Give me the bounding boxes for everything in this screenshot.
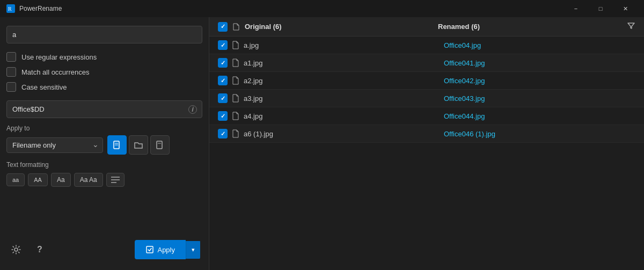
checkbox-match-all-label: Match all occurrences: [21, 68, 89, 76]
renamed-name-2: Office042.jpg: [440, 77, 635, 85]
replace-input[interactable]: [6, 100, 202, 118]
svg-text:R: R: [8, 6, 12, 12]
original-label: Original (6): [245, 23, 282, 31]
file-checkbox-1[interactable]: ✓: [218, 58, 228, 68]
renamed-name-5: Office046 (1).jpg: [440, 130, 635, 138]
apply-icon: [145, 245, 154, 254]
file-icon-3: [232, 94, 239, 103]
titlebar-left: R PowerRename: [6, 4, 62, 13]
checkbox-use-regex-label: Use regular expressions: [21, 53, 97, 61]
renamed-name-1: Office041.jpg: [440, 59, 635, 67]
table-row: ✓ a.jpg Office04.jpg: [209, 37, 644, 54]
renamed-name-4: Office044.jpg: [440, 112, 635, 120]
bottom-bar: ? Apply ▾: [6, 236, 202, 261]
right-panel: ✓ Original (6) Renamed (6) ✓: [209, 17, 644, 270]
uppercase-btn[interactable]: AA: [28, 173, 48, 186]
checkbox-case-sensitive-box[interactable]: [6, 82, 16, 92]
original-name-3: a3.jpg: [244, 94, 435, 103]
file-checkmark-2: ✓: [221, 77, 225, 84]
settings-btn[interactable]: [9, 242, 24, 257]
file-checkmark-5: ✓: [221, 130, 225, 137]
table-row: ✓ a4.jpg Office044.jpg: [209, 107, 644, 125]
file-checkbox-3[interactable]: ✓: [218, 93, 228, 103]
original-name-2: a2.jpg: [244, 77, 435, 85]
original-name-0: a.jpg: [244, 41, 435, 49]
renamed-name-3: Office043.jpg: [440, 94, 635, 103]
checkbox-case-sensitive-label: Case sensitive: [21, 83, 67, 91]
table-row: ✓ a6 (1).jpg Office046 (1).jpg: [209, 125, 644, 143]
file-icon-1: [232, 59, 239, 67]
left-panel: Use regular expressions Match all occurr…: [0, 17, 209, 270]
file-icon-5: [232, 129, 239, 138]
help-btn[interactable]: ?: [32, 242, 47, 257]
file-icon-4: [232, 112, 239, 120]
main-content: Use regular expressions Match all occurr…: [0, 17, 644, 270]
titlebar: R PowerRename − □ ✕: [0, 0, 644, 17]
original-name-4: a4.jpg: [244, 112, 435, 120]
col-renamed-header: Renamed (6): [434, 23, 623, 31]
svg-rect-5: [157, 141, 162, 149]
file-ext-btn[interactable]: [150, 135, 170, 155]
maximize-button[interactable]: □: [588, 0, 613, 17]
renamed-label: Renamed (6): [438, 23, 480, 31]
col-original-header: Original (6): [245, 23, 429, 31]
filter-icon[interactable]: [627, 21, 635, 32]
file-checkmark-4: ✓: [221, 113, 225, 120]
format-row: aa AA Aa Aa Aa: [6, 173, 202, 187]
minimize-button[interactable]: −: [564, 0, 588, 17]
folder-btn[interactable]: [129, 135, 148, 155]
header-file-icon: [232, 23, 240, 31]
file-checkbox-5[interactable]: ✓: [218, 129, 228, 138]
apply-label: Apply: [157, 246, 175, 254]
table-row: ✓ a1.jpg Office041.jpg: [209, 54, 644, 72]
table-row: ✓ a2.jpg Office042.jpg: [209, 72, 644, 90]
apply-to-row: Filename only Extension only Filename + …: [6, 135, 202, 155]
checkbox-match-all[interactable]: Match all occurrences: [6, 67, 202, 77]
renamed-name-0: Office04.jpg: [440, 41, 635, 49]
file-checkbox-0[interactable]: ✓: [218, 40, 228, 50]
titlecase-btn[interactable]: Aa: [51, 173, 71, 187]
select-wrapper: Filename only Extension only Filename + …: [6, 137, 103, 153]
checkbox-case-sensitive[interactable]: Case sensitive: [6, 82, 202, 92]
checkbox-use-regex[interactable]: Use regular expressions: [6, 52, 202, 62]
apply-to-label: Apply to: [6, 125, 202, 132]
text-formatting-section: Text formatting aa AA Aa Aa Aa: [6, 161, 202, 187]
file-checkmark-3: ✓: [221, 95, 225, 102]
file-icon-0: [232, 41, 239, 49]
app-title: PowerRename: [19, 5, 62, 12]
apply-to-section: Apply to Filename only Extension only Fi…: [6, 125, 202, 155]
file-checkmark-0: ✓: [221, 42, 225, 49]
select-all-checkbox[interactable]: ✓: [218, 22, 228, 32]
table-row: ✓ a3.jpg Office043.jpg: [209, 90, 644, 107]
text-formatting-label: Text formatting: [6, 161, 202, 169]
file-icon-2: [232, 76, 239, 85]
lowercase-btn[interactable]: aa: [6, 173, 25, 186]
file-list: ✓ a.jpg Office04.jpg ✓ a1.jpg Office041.…: [209, 37, 644, 270]
apply-button-group: Apply ▾: [135, 240, 200, 259]
original-name-5: a6 (1).jpg: [244, 130, 435, 138]
select-all-checkmark: ✓: [221, 23, 225, 30]
apply-button[interactable]: Apply: [135, 240, 186, 259]
apply-to-select[interactable]: Filename only Extension only Filename + …: [6, 137, 103, 153]
titlecase-each-btn[interactable]: Aa Aa: [74, 173, 103, 187]
replace-input-wrapper: i: [6, 100, 202, 118]
close-button[interactable]: ✕: [613, 0, 638, 17]
file-checkbox-2[interactable]: ✓: [218, 76, 228, 85]
checkbox-group: Use regular expressions Match all occurr…: [6, 50, 202, 94]
file-list-header: ✓ Original (6) Renamed (6): [209, 17, 644, 37]
checkbox-use-regex-box[interactable]: [6, 52, 16, 62]
apply-dropdown-btn[interactable]: ▾: [186, 241, 200, 259]
filename-only-btn[interactable]: [107, 135, 127, 155]
file-checkbox-4[interactable]: ✓: [218, 111, 228, 121]
file-checkmark-1: ✓: [221, 60, 225, 67]
app-icon: R: [6, 4, 15, 13]
svg-rect-11: [147, 246, 153, 253]
info-icon[interactable]: i: [188, 105, 197, 114]
enum-btn[interactable]: [106, 173, 125, 187]
search-input[interactable]: [6, 26, 202, 43]
original-name-1: a1.jpg: [244, 59, 435, 67]
titlebar-controls: − □ ✕: [564, 0, 638, 17]
checkbox-match-all-box[interactable]: [6, 67, 16, 77]
icon-buttons: [107, 135, 170, 155]
svg-point-10: [14, 248, 18, 251]
